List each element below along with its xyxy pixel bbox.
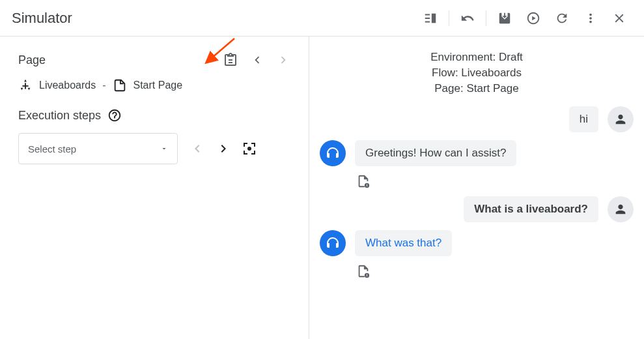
chat-row-user: hi — [320, 106, 634, 132]
reset-button[interactable] — [549, 5, 575, 31]
page-nav — [223, 52, 290, 68]
bot-message-col: Greetings! How can I assist? i — [355, 140, 516, 188]
step-next-button[interactable] — [216, 141, 231, 156]
select-row: Select step — [18, 133, 290, 164]
context-env: Environment: Draft — [320, 50, 634, 65]
page-next-button[interactable] — [276, 53, 290, 67]
focus-button[interactable] — [242, 141, 257, 156]
context-flow: Flow: Liveaboards — [320, 65, 634, 81]
exec-header: Execution steps — [18, 108, 290, 123]
left-panel: Page Liveaboards - Start — [0, 37, 309, 339]
breadcrumb: Liveaboards - Start Page — [18, 78, 290, 93]
breadcrumb-sep: - — [102, 80, 105, 91]
chat-row-bot: Greetings! How can I assist? i — [320, 140, 634, 188]
more-button[interactable] — [578, 5, 604, 31]
context-page: Page: Start Page — [320, 81, 634, 96]
close-button[interactable] — [606, 5, 632, 31]
play-button[interactable] — [520, 5, 546, 31]
bot-message-col: What was that? i — [355, 230, 452, 278]
main-body: Page Liveaboards - Start — [0, 37, 644, 339]
response-details-icon[interactable]: i — [356, 174, 516, 188]
bot-avatar-icon — [320, 140, 346, 166]
help-icon[interactable] — [107, 108, 122, 123]
toolbar-divider — [449, 10, 449, 26]
flow-icon — [18, 78, 33, 93]
user-message: hi — [569, 106, 598, 132]
exec-label: Execution steps — [18, 109, 101, 123]
right-panel: Environment: Draft Flow: Liveaboards Pag… — [309, 37, 644, 339]
undo-button[interactable] — [455, 5, 481, 31]
user-avatar-icon — [608, 196, 634, 222]
user-avatar-icon — [608, 106, 634, 132]
bot-message: Greetings! How can I assist? — [355, 140, 516, 166]
toolbar-divider — [486, 10, 486, 26]
page-prev-button[interactable] — [250, 53, 264, 67]
step-select-placeholder: Select step — [28, 143, 76, 155]
step-select[interactable]: Select step — [18, 133, 178, 164]
step-nav — [189, 141, 257, 156]
app-title: Simulator — [12, 10, 72, 27]
toolbar — [417, 5, 632, 31]
chat-row-user: What is a liveaboard? — [320, 196, 634, 222]
user-message: What is a liveaboard? — [464, 196, 598, 222]
context-info: Environment: Draft Flow: Liveaboards Pag… — [320, 50, 634, 96]
bot-message-link[interactable]: What was that? — [355, 230, 452, 256]
breadcrumb-flow[interactable]: Liveaboards — [39, 80, 96, 91]
chevron-down-icon — [160, 145, 168, 153]
chat-row-bot: What was that? i — [320, 230, 634, 278]
save-button[interactable] — [492, 5, 518, 31]
bot-avatar-icon — [320, 230, 346, 256]
breadcrumb-page[interactable]: Start Page — [133, 80, 183, 91]
page-icon — [113, 78, 127, 93]
toggle-panel-button[interactable] — [417, 5, 443, 31]
app-header: Simulator — [0, 0, 644, 37]
page-section-header: Page — [18, 52, 290, 68]
response-details-icon[interactable]: i — [356, 264, 452, 278]
page-label: Page — [18, 53, 46, 67]
step-prev-button[interactable] — [189, 141, 205, 156]
clipboard-icon[interactable] — [223, 52, 238, 68]
